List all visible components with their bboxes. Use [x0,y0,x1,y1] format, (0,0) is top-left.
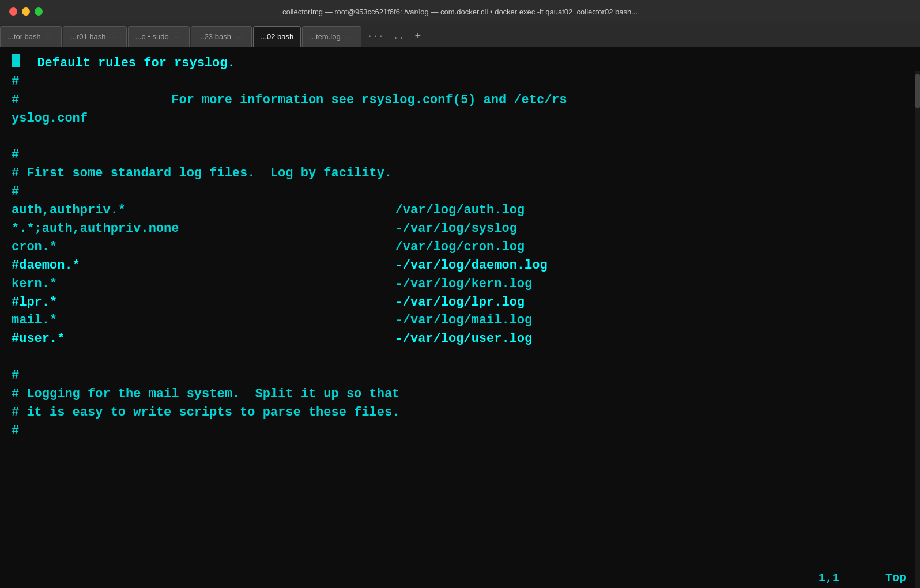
terminal-line: yslog.conf [12,110,908,128]
terminal-line: # [12,73,908,91]
terminal-line: #user.* -/var/log/user.log [12,330,908,348]
terminal-line: # [12,183,908,201]
title-bar: collectorImg — root@953cc621f6f6: /var/l… [0,0,920,23]
terminal-line: # Logging for the mail system. Split it … [12,385,908,404]
terminal-line: # [12,146,908,164]
line-text: # First some standard log files. Log by … [12,164,392,183]
line-left: #daemon.* [12,257,334,275]
terminal-line [12,128,908,146]
line-text: # [12,183,19,201]
terminal-line: # it is easy to write scripts to parse t… [12,404,908,422]
window-controls [9,7,43,16]
line-text: # For more information see rsyslog.conf(… [12,91,567,110]
tab-tor-bash[interactable]: ...tor bash ··· [0,26,62,47]
line-text: Default rules for rsyslog. [22,54,235,73]
terminal-line: *.*;auth,authpriv.none -/var/log/syslog [12,220,908,238]
cursor-position: 1,1 [819,570,839,586]
line-right: -/var/log/user.log [334,330,532,348]
terminal-line: mail.* -/var/log/mail.log [12,311,908,330]
line-text: # [12,73,19,91]
terminal-line: kern.* -/var/log/kern.log [12,275,908,293]
terminal-line: # [12,422,908,440]
line-text: # it is easy to write scripts to parse t… [12,404,399,422]
terminal-line: Default rules for rsyslog. [12,54,908,73]
line-right: -/var/log/kern.log [334,275,532,293]
tab-label: ...r01 bash [70,32,105,41]
terminal-line: # First some standard log files. Log by … [12,164,908,183]
terminal-line: auth,authpriv.* /var/log/auth.log [12,201,908,220]
minimize-button[interactable] [22,7,30,16]
line-right: /var/log/cron.log [334,238,525,257]
tab-close-icon[interactable]: ··· [344,32,354,42]
terminal-line: cron.* /var/log/cron.log [12,238,908,257]
new-tab-button[interactable]: + [409,26,427,47]
tab-close-icon[interactable]: ··· [172,32,182,42]
line-text: # [12,367,19,385]
line-right: -/var/log/mail.log [334,311,532,330]
window-title: collectorImg — root@953cc621f6f6: /var/l… [282,7,638,16]
line-left: #lpr.* [12,293,334,312]
line-right: /var/log/auth.log [334,201,525,220]
tab-label: ...tem.log [310,32,340,41]
line-text: # [12,146,19,164]
line-right: -/var/log/syslog [334,220,517,238]
cursor [12,54,20,67]
scroll-position: Top [885,570,906,586]
tab-bar: ...tor bash ··· ...r01 bash ··· ...o • s… [0,23,920,47]
close-button[interactable] [9,7,17,16]
line-text [12,128,19,146]
line-left: cron.* [12,238,334,257]
tab-label: ...o • sudo [135,32,169,41]
line-left: auth,authpriv.* [12,201,334,220]
tab-label: ...02 bash [261,32,293,41]
tab-overflow-menu[interactable]: ··· [363,26,389,47]
scrollbar[interactable] [915,71,920,588]
line-left: mail.* [12,311,334,330]
terminal-content: Default rules for rsyslog. # # For more … [0,47,920,588]
line-left: kern.* [12,275,334,293]
line-text: yslog.conf [12,110,88,128]
line-left: *.*;auth,authpriv.none [12,220,334,238]
tab-label: ...23 bash [198,32,231,41]
line-left: #user.* [12,330,334,348]
terminal-line: # For more information see rsyslog.conf(… [12,91,908,110]
status-bar: 1,1 Top [0,567,920,588]
tab-close-icon[interactable]: ··· [235,32,244,42]
tab-23-bash[interactable]: ...23 bash ··· [191,26,252,47]
maximize-button[interactable] [35,7,43,16]
terminal-line: #lpr.* -/var/log/lpr.log [12,293,908,312]
line-right: -/var/log/daemon.log [334,257,548,275]
tab-02-bash[interactable]: ...02 bash [253,26,301,47]
line-text: # [12,422,19,440]
line-text: # Logging for the mail system. Split it … [12,385,399,404]
tab-close-icon[interactable]: ··· [109,32,119,42]
tab-r01-bash[interactable]: ...r01 bash ··· [63,26,127,47]
line-text [12,348,19,367]
tab-tem-log[interactable]: ...tem.log ··· [302,26,361,47]
terminal-line: # [12,367,908,385]
tab-sudo[interactable]: ...o • sudo ··· [128,26,190,47]
tab-more-dots[interactable]: .. [389,26,409,47]
terminal-line [12,348,908,367]
tab-close-icon[interactable]: ··· [44,32,54,42]
line-right: -/var/log/lpr.log [334,293,525,312]
scrollbar-thumb[interactable] [915,74,920,108]
terminal-line: #daemon.* -/var/log/daemon.log [12,257,908,275]
tab-label: ...tor bash [7,32,41,41]
